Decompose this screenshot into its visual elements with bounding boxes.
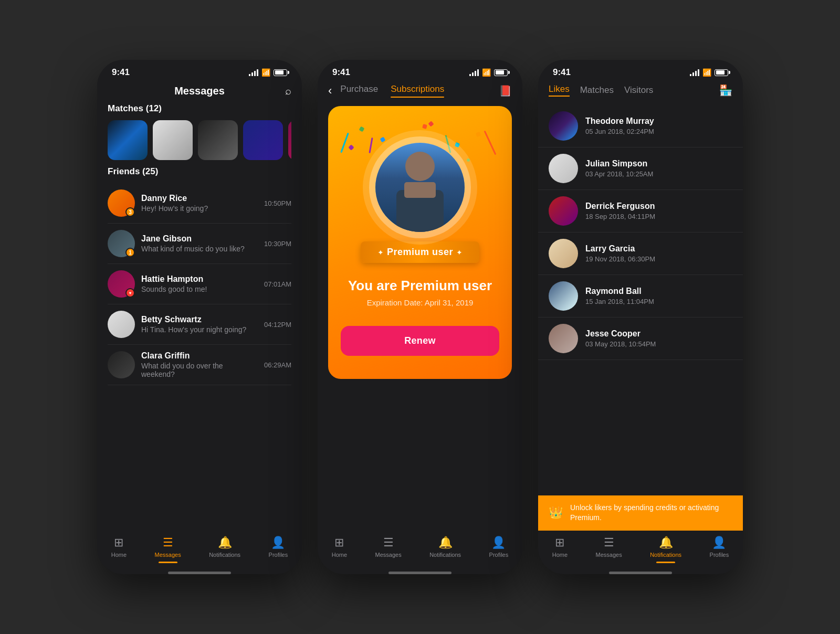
premium-person [375,143,465,232]
nav-notifications-label-1: Notifications [209,552,240,558]
status-icons-2: 📶 [469,68,508,77]
store-icon[interactable]: 🏪 [719,84,732,97]
nav-messages-1[interactable]: ☰ Messages [155,536,181,558]
like-item-jesse[interactable]: Jesse Cooper 03 May 2018, 10:54PM [538,318,743,360]
nav-notifications-1[interactable]: 🔔 Notifications [209,536,240,558]
friend-item-jane[interactable]: 1 Jane Gibson What kind of music do you … [108,224,291,264]
back-button[interactable]: ‹ [328,84,332,98]
like-item-raymond[interactable]: Raymond Ball 15 Jan 2018, 11:04PM [538,275,743,318]
friends-section: Friends (25) 3 Danny Rice Hey! How's it … [97,166,302,531]
like-date-jesse: 03 May 2018, 10:54PM [585,340,656,348]
like-name-derrick: Derrick Ferguson [585,202,655,211]
nav-notifications-3[interactable]: 🔔 Notifications [650,536,681,558]
like-name-theodore: Theodore Murray [585,117,654,126]
status-bar-1: 9:41 📶 [97,60,302,81]
nav-messages-3[interactable]: ☰ Messages [596,536,622,558]
friend-name-danny: Danny Rice [141,194,258,203]
bottom-nav-1: ⊞ Home ☰ Messages 🔔 Notifications 👤 Prof… [97,531,302,568]
subscriptions-screen: ‹ Purchase Subscriptions 📕 [318,81,522,574]
like-avatar-raymond [549,281,578,311]
signal-icon-1 [249,69,258,76]
nav-messages-label-1: Messages [155,552,181,558]
like-item-derrick[interactable]: Derrick Ferguson 18 Sep 2018, 04:11PM [538,190,743,233]
bookmark-icon[interactable]: 📕 [499,84,512,97]
home-indicator-2 [388,572,452,574]
like-avatar-julian [549,154,578,183]
profiles-icon-1: 👤 [271,536,285,550]
nav-profiles-3[interactable]: 👤 Profiles [710,536,729,558]
friend-time-jane: 10:30PM [264,240,291,248]
match-avatar-5[interactable] [288,120,291,160]
friend-avatar-clara [108,351,135,378]
nav-home-label-3: Home [552,552,568,558]
like-date-julian: 03 Apr 2018, 10:25AM [585,170,653,178]
unlock-text: Unlock likers by spending credits or act… [570,503,732,523]
svg-point-0 [405,152,435,181]
premium-subtitle: Expiration Date: April 31, 2019 [367,298,474,307]
nav-messages-label-3: Messages [596,552,622,558]
unlock-bar[interactable]: 👑 Unlock likers by spending credits or a… [538,495,743,531]
friend-badge-jane: 1 [125,248,135,257]
profiles-icon-2: 👤 [491,536,506,550]
match-avatar-3[interactable] [198,120,238,160]
like-item-larry[interactable]: Larry Garcia 19 Nov 2018, 06:30PM [538,233,743,275]
match-avatar-1[interactable] [108,120,148,160]
wifi-icon-2: 📶 [482,68,491,77]
matches-section: Matches (12) [97,103,302,166]
person-svg [383,143,457,232]
likes-tab[interactable]: Likes [549,84,570,97]
friend-item-hattie[interactable]: ♥ Hattie Hampton Sounds good to me! 07:0… [108,264,291,304]
home-indicator-1 [168,572,231,574]
friend-time-danny: 10:50PM [264,199,291,207]
nav-profiles-label-2: Profiles [489,552,509,558]
status-bar-2: 9:41 📶 [318,60,522,81]
like-name-jesse: Jesse Cooper [585,329,656,339]
like-date-raymond: 15 Jan 2018, 11:04PM [585,298,654,305]
home-indicator-3 [609,572,672,574]
nav-home-3[interactable]: ⊞ Home [552,536,568,558]
home-icon-3: ⊞ [555,536,564,550]
messages-screen: Messages ⌕ Matches (12) Friends (25) 3 [97,81,302,574]
renew-button[interactable]: Renew [341,326,499,356]
nav-home-2[interactable]: ⊞ Home [332,536,347,558]
friend-name-clara: Clara Griffin [141,351,258,361]
signal-icon-3 [690,69,699,76]
friend-avatar-betty [108,311,135,338]
premium-title: You are Premium user [348,278,492,294]
notifications-icon-3: 🔔 [659,536,673,550]
like-item-theodore[interactable]: Theodore Murray 05 Jun 2018, 02:24PM [538,105,743,147]
phone-messages: 9:41 📶 Messages ⌕ Matches (12) [97,60,302,574]
search-icon[interactable]: ⌕ [285,85,291,97]
friend-item-betty[interactable]: Betty Schwartz Hi Tina. How's your night… [108,304,291,345]
match-avatar-2[interactable] [153,120,193,160]
nav-home-1[interactable]: ⊞ Home [111,536,127,558]
subscriptions-tab[interactable]: Subscriptions [391,84,444,98]
nav-notifications-2[interactable]: 🔔 Notifications [429,536,461,558]
top-nav-tabs: Purchase Subscriptions [340,84,499,98]
nav-profiles-2[interactable]: 👤 Profiles [489,536,509,558]
like-item-julian[interactable]: Julian Simpson 03 Apr 2018, 10:25AM [538,147,743,190]
like-name-larry: Larry Garcia [585,244,655,253]
status-icons-3: 📶 [690,68,728,77]
friend-item-clara[interactable]: Clara Griffin What did you do over the w… [108,345,291,385]
battery-icon-3 [715,69,728,76]
notifications-icon-1: 🔔 [218,536,232,550]
like-date-theodore: 05 Jun 2018, 02:24PM [585,128,654,135]
messages-title: Messages [174,85,225,97]
friend-badge-hattie: ♥ [125,288,135,298]
status-time-3: 9:41 [553,67,571,78]
nav-notifications-label-3: Notifications [650,552,681,558]
matches-tab[interactable]: Matches [580,85,614,96]
signal-icon-2 [469,69,479,76]
nav-profiles-1[interactable]: 👤 Profiles [269,536,288,558]
star-icon-right: ✦ [456,248,463,257]
friend-preview-jane: What kind of music do you like? [141,245,258,253]
subscriptions-nav: ‹ Purchase Subscriptions 📕 [318,81,522,106]
visitors-tab[interactable]: Visitors [624,85,653,96]
match-avatar-4[interactable] [243,120,283,160]
like-name-julian: Julian Simpson [585,159,653,168]
friend-preview-hattie: Sounds good to me! [141,285,258,293]
nav-messages-2[interactable]: ☰ Messages [375,536,402,558]
purchase-tab[interactable]: Purchase [340,84,378,98]
friend-item-danny[interactable]: 3 Danny Rice Hey! How's it going? 10:50P… [108,183,291,224]
